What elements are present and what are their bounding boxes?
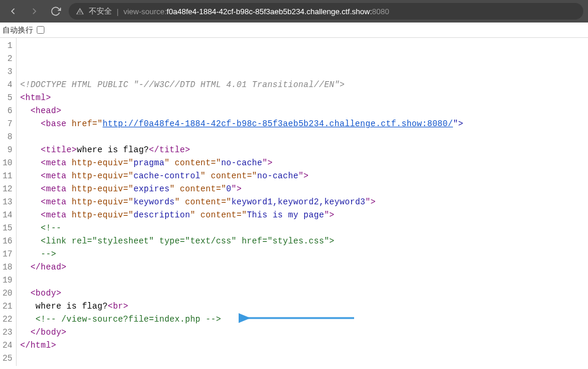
reload-icon: [50, 6, 61, 17]
line-number: 5: [1, 91, 12, 104]
source-line: [20, 274, 588, 287]
url-text: view-source:f0a48fe4-1884-42cf-b98c-85f3…: [123, 7, 389, 16]
source-line: <meta http-equiv="keywords" content="key…: [20, 195, 588, 208]
browser-toolbar: 不安全 | view-source:f0a48fe4-1884-42cf-b98…: [0, 0, 588, 23]
line-number: 4: [1, 78, 12, 91]
reload-button[interactable]: [47, 3, 64, 20]
source-line: <link rel="stylesheet" type="text/css" h…: [20, 235, 588, 248]
source-line: [20, 352, 588, 365]
back-button[interactable]: [5, 3, 21, 20]
line-number: 12: [1, 182, 12, 195]
source-line: [20, 39, 588, 52]
line-number: 23: [1, 326, 12, 339]
source-line: </html>: [20, 339, 588, 352]
warning-icon: [76, 7, 84, 15]
source-line: [20, 130, 588, 143]
line-number: 21: [1, 300, 12, 313]
line-number: 9: [1, 143, 12, 156]
source-line: <!--: [20, 222, 588, 235]
line-number: 17: [1, 248, 12, 261]
line-number: 8: [1, 130, 12, 143]
line-number: 10: [1, 156, 12, 169]
line-number: 6: [1, 104, 12, 117]
line-number: 15: [1, 222, 12, 235]
source-viewer: 1 2 3 4 5 6 7 8 9 10 11 12 13 14 15 16 1…: [0, 38, 588, 366]
source-line: where is flag?<br>: [20, 300, 588, 313]
source-line: <head>: [20, 104, 588, 117]
line-number: 19: [1, 274, 12, 287]
source-line: [20, 52, 588, 65]
source-line: </body>: [20, 326, 588, 339]
source-line: [20, 65, 588, 78]
source-line: <html>: [20, 91, 588, 104]
insecure-label: 不安全: [89, 6, 112, 17]
line-number: 16: [1, 235, 12, 248]
source-line: <meta http-equiv="cache-control" content…: [20, 169, 588, 182]
source-line: <!DOCTYPE HTML PUBLIC "-//W3C//DTD HTML …: [20, 78, 588, 91]
line-number: 18: [1, 261, 12, 274]
arrow-right-icon: [29, 6, 40, 17]
source-line: </head>: [20, 261, 588, 274]
line-number: 20: [1, 287, 12, 300]
line-number: 3: [1, 65, 12, 78]
sub-toolbar: 自动换行: [0, 23, 588, 38]
source-line: -->: [20, 248, 588, 261]
line-number: 24: [1, 339, 12, 352]
annotation-arrow-icon: [239, 312, 357, 324]
line-number: 11: [1, 169, 12, 182]
line-number: 7: [1, 117, 12, 130]
source-line: <meta http-equiv="pragma" content="no-ca…: [20, 156, 588, 169]
source-line: <meta http-equiv="expires" content="0">: [20, 182, 588, 195]
separator: |: [117, 7, 118, 16]
line-number: 13: [1, 195, 12, 208]
base-href-link[interactable]: http://f0a48fe4-1884-42cf-b98c-85f3aeb5b…: [102, 119, 453, 129]
autowrap-checkbox[interactable]: [37, 26, 44, 34]
forward-button[interactable]: [26, 3, 43, 20]
line-number: 1: [1, 39, 12, 52]
line-number: 22: [1, 313, 12, 326]
source-line: <body>: [20, 287, 588, 300]
code-area[interactable]: <!DOCTYPE HTML PUBLIC "-//W3C//DTD HTML …: [17, 38, 588, 366]
source-line: <meta http-equiv="description" content="…: [20, 208, 588, 222]
source-line: <base href="http://f0a48fe4-1884-42cf-b9…: [20, 117, 588, 130]
line-number: 14: [1, 208, 12, 222]
autowrap-label: 自动换行: [2, 25, 33, 36]
line-gutter: 1 2 3 4 5 6 7 8 9 10 11 12 13 14 15 16 1…: [0, 38, 17, 366]
line-number: 25: [1, 352, 12, 365]
arrow-left-icon: [8, 6, 18, 17]
address-bar[interactable]: 不安全 | view-source:f0a48fe4-1884-42cf-b98…: [69, 3, 583, 20]
line-number: 2: [1, 52, 12, 65]
source-line: <title>where is flag?</title>: [20, 143, 588, 156]
